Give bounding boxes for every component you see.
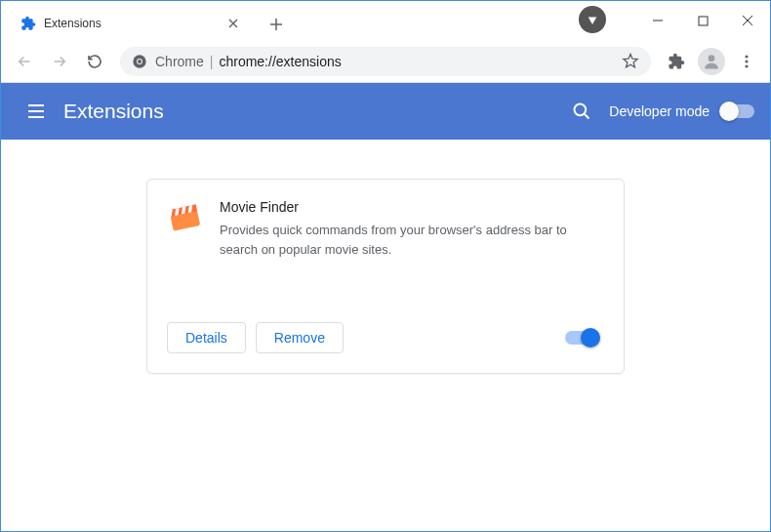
media-control-icon[interactable] — [579, 6, 606, 33]
reload-button[interactable] — [79, 46, 110, 77]
extension-description: Provides quick commands from your browse… — [220, 221, 604, 259]
chrome-icon — [132, 54, 147, 69]
extensions-puzzle-icon[interactable] — [661, 46, 692, 77]
browser-window: Extensions — [0, 0, 771, 532]
svg-point-3 — [138, 60, 142, 63]
svg-point-8 — [575, 104, 587, 116]
tab-close-button[interactable] — [225, 16, 241, 31]
close-window-button[interactable] — [725, 6, 770, 35]
extension-name: Movie Finder — [220, 199, 604, 215]
svg-point-6 — [745, 60, 748, 62]
extensions-list: Movie Finder Provides quick commands fro… — [1, 140, 770, 531]
new-tab-button[interactable] — [263, 11, 290, 38]
browser-tab[interactable]: Extensions — [9, 7, 253, 40]
clapperboard-icon — [167, 199, 202, 234]
bookmark-star-icon[interactable] — [622, 53, 639, 70]
tab-strip: Extensions — [1, 1, 579, 40]
developer-mode-label: Developer mode — [609, 103, 710, 119]
toggle-knob — [719, 102, 739, 121]
search-button[interactable] — [562, 92, 601, 131]
details-button[interactable]: Details — [167, 322, 246, 353]
svg-rect-0 — [699, 17, 708, 25]
address-bar[interactable]: Chrome | chrome://extensions — [120, 47, 651, 76]
profile-avatar[interactable] — [696, 46, 727, 77]
menu-button[interactable] — [731, 46, 762, 77]
window-controls — [635, 1, 770, 40]
title-bar: Extensions — [1, 1, 770, 40]
puzzle-icon — [20, 16, 36, 31]
main-menu-button[interactable] — [17, 92, 56, 131]
svg-point-4 — [709, 55, 715, 61]
extension-enable-toggle[interactable] — [565, 331, 598, 345]
svg-point-5 — [745, 55, 748, 58]
developer-mode-toggle[interactable] — [721, 104, 754, 118]
toggle-knob — [581, 328, 600, 348]
page-title: Extensions — [63, 100, 164, 123]
minimize-button[interactable] — [635, 6, 680, 35]
toolbar: Chrome | chrome://extensions — [1, 40, 770, 83]
maximize-button[interactable] — [680, 6, 725, 35]
forward-button[interactable] — [44, 46, 75, 77]
extension-card: Movie Finder Provides quick commands fro… — [146, 179, 625, 374]
url-host: Chrome — [155, 54, 204, 69]
back-button[interactable] — [9, 46, 40, 77]
url-path: chrome://extensions — [219, 54, 341, 69]
extensions-header: Extensions Developer mode — [1, 83, 770, 140]
remove-button[interactable]: Remove — [256, 322, 344, 353]
url-separator: | — [210, 54, 214, 69]
tab-title: Extensions — [44, 17, 225, 30]
svg-point-7 — [745, 64, 748, 67]
